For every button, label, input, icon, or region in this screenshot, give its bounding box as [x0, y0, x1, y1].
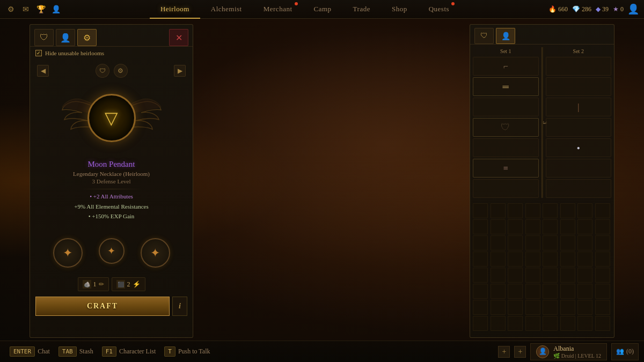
inv-slot[interactable]: [595, 235, 610, 250]
inv-slot[interactable]: [508, 284, 523, 299]
inv-slot[interactable]: [560, 219, 575, 234]
inv-slot[interactable]: [595, 300, 610, 315]
inv-slot[interactable]: [473, 235, 488, 250]
tab-merchant[interactable]: Merchant: [253, 0, 303, 19]
inv-slot[interactable]: [595, 203, 610, 218]
inv-slot[interactable]: [491, 252, 506, 267]
inv-slot[interactable]: [473, 252, 488, 267]
inv-slot[interactable]: [543, 284, 558, 299]
inv-slot[interactable]: [491, 300, 506, 315]
profile-icon[interactable]: ⚙: [5, 4, 16, 14]
t-key[interactable]: T: [164, 346, 175, 357]
set-slot-2-2[interactable]: [546, 77, 612, 96]
set-slot-1-4[interactable]: 🛡: [473, 118, 539, 137]
next-item-arrow[interactable]: ▶: [174, 65, 186, 77]
tab-heirloom[interactable]: Heirloom: [150, 0, 200, 19]
social-icon[interactable]: 👤: [50, 4, 61, 14]
inv-slot[interactable]: [560, 268, 575, 283]
inv-slot[interactable]: [491, 235, 506, 250]
inv-slot[interactable]: [525, 300, 540, 315]
right-tab-1[interactable]: 🛡: [474, 28, 494, 44]
f1-key[interactable]: F1: [102, 346, 116, 357]
set-slot-2-5[interactable]: ●: [546, 138, 612, 157]
set-slot-1-7[interactable]: [473, 179, 539, 198]
settings-icon[interactable]: 👤: [628, 4, 639, 14]
inv-slot[interactable]: [525, 268, 540, 283]
inv-slot[interactable]: [577, 300, 592, 315]
set-slot-1-5[interactable]: [473, 138, 539, 157]
enter-key[interactable]: ENTER: [10, 346, 35, 357]
inv-slot[interactable]: [525, 252, 540, 267]
inv-slot[interactable]: [473, 268, 488, 283]
inv-slot[interactable]: [525, 203, 540, 218]
inv-slot[interactable]: [543, 219, 558, 234]
set-slot-1-1[interactable]: ⌐: [473, 57, 539, 76]
inv-slot[interactable]: [543, 235, 558, 250]
inv-slot[interactable]: [508, 268, 523, 283]
add-button-2[interactable]: +: [514, 346, 526, 358]
inv-slot[interactable]: [595, 252, 610, 267]
set-slot-2-4[interactable]: [546, 118, 612, 137]
inv-slot[interactable]: [491, 284, 506, 299]
tab-quests[interactable]: Quests: [418, 0, 460, 19]
inv-slot[interactable]: [577, 235, 592, 250]
hide-unusable-checkbox[interactable]: ✓ Hide unusable heirlooms: [30, 47, 193, 60]
set-slot-1-6[interactable]: ≡: [473, 159, 539, 178]
inv-slot[interactable]: [473, 219, 488, 234]
tab-camp[interactable]: Camp: [303, 0, 342, 19]
upgrade-slot-left[interactable]: ✦: [53, 238, 83, 268]
tab-shop[interactable]: Shop: [381, 0, 418, 19]
set-slot-2-3[interactable]: |: [546, 98, 612, 116]
inv-slot[interactable]: [577, 203, 592, 218]
inv-slot[interactable]: [491, 268, 506, 283]
inv-slot[interactable]: [560, 235, 575, 250]
inv-slot[interactable]: [491, 219, 506, 234]
upgrade-slot-right[interactable]: ✦: [141, 238, 170, 268]
inv-slot[interactable]: [525, 316, 540, 331]
panel-tab-close[interactable]: ✕: [169, 29, 188, 46]
tab-alchemist[interactable]: Alchemist: [200, 0, 253, 19]
inv-slot[interactable]: [595, 316, 610, 331]
inv-slot[interactable]: [560, 316, 575, 331]
set-slot-2-7[interactable]: [546, 179, 612, 198]
inv-slot[interactable]: [595, 219, 610, 234]
tab-key[interactable]: TAB: [58, 346, 77, 357]
item-icon-2[interactable]: ⚙: [114, 64, 128, 78]
inv-slot[interactable]: [560, 252, 575, 267]
inv-slot[interactable]: [508, 300, 523, 315]
inv-slot[interactable]: [543, 300, 558, 315]
inv-slot[interactable]: [508, 252, 523, 267]
inv-slot[interactable]: [473, 284, 488, 299]
inv-slot[interactable]: [508, 316, 523, 331]
item-icon-1[interactable]: 🛡: [96, 64, 109, 78]
inv-slot[interactable]: [543, 203, 558, 218]
inv-slot[interactable]: [560, 300, 575, 315]
inv-slot[interactable]: [473, 203, 488, 218]
craft-button[interactable]: CRAFT: [35, 297, 170, 316]
mail-icon[interactable]: ✉: [20, 4, 31, 14]
set-slot-1-3[interactable]: [473, 98, 539, 116]
inv-slot[interactable]: [508, 219, 523, 234]
inv-slot[interactable]: [508, 203, 523, 218]
set-slot-2-1[interactable]: [546, 57, 612, 76]
panel-tab-2[interactable]: 👤: [56, 29, 75, 46]
inv-slot[interactable]: [560, 203, 575, 218]
inv-slot[interactable]: [577, 316, 592, 331]
inv-slot[interactable]: [491, 316, 506, 331]
add-button-1[interactable]: +: [498, 346, 510, 358]
inv-slot[interactable]: [491, 203, 506, 218]
inv-slot[interactable]: [508, 235, 523, 250]
inv-slot[interactable]: [525, 219, 540, 234]
craft-info-button[interactable]: i: [172, 297, 187, 316]
set-slot-1-2[interactable]: ═: [473, 77, 539, 96]
inv-slot[interactable]: [577, 284, 592, 299]
inv-slot[interactable]: [577, 252, 592, 267]
inv-slot[interactable]: [543, 252, 558, 267]
trophy-icon[interactable]: 🏆: [35, 4, 46, 14]
inv-slot[interactable]: [595, 268, 610, 283]
inv-slot[interactable]: [525, 235, 540, 250]
inv-slot[interactable]: [577, 268, 592, 283]
panel-tab-1[interactable]: 🛡: [34, 29, 54, 46]
inv-slot[interactable]: [560, 284, 575, 299]
set-slot-2-6[interactable]: [546, 159, 612, 178]
